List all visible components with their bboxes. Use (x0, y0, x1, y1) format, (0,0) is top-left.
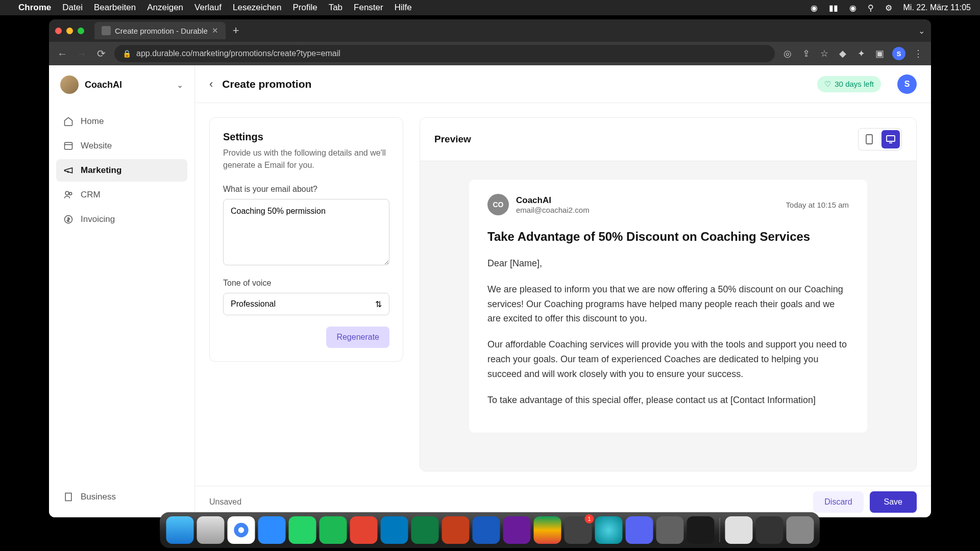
extensions-icon[interactable]: ✦ (855, 48, 867, 59)
heart-icon: ♡ (824, 80, 831, 89)
back-arrow-icon[interactable]: ‹ (209, 78, 213, 91)
discard-button[interactable]: Discard (813, 491, 863, 513)
clock[interactable]: Mi. 22. März 11:05 (903, 3, 971, 12)
minimize-window-button[interactable] (66, 28, 73, 34)
app-icon[interactable] (595, 516, 623, 544)
traffic-lights (55, 28, 84, 34)
launchpad-icon[interactable] (756, 516, 783, 544)
imovie-icon[interactable] (503, 516, 531, 544)
address-bar[interactable]: 🔒 app.durable.co/marketing/promotions/cr… (114, 45, 775, 62)
settings-card: Settings Provide us with the following d… (209, 117, 403, 362)
svg-rect-0 (65, 142, 72, 149)
safari-icon[interactable] (197, 516, 225, 544)
badge: 1 (585, 514, 594, 523)
discord-icon[interactable] (626, 516, 653, 544)
menubar-item[interactable]: Datei (62, 3, 83, 13)
maximize-window-button[interactable] (78, 28, 84, 34)
mobile-preview-button[interactable] (860, 130, 878, 148)
menubar-item[interactable]: Bearbeiten (94, 3, 136, 13)
finder-icon[interactable] (166, 516, 194, 544)
tone-select[interactable]: Professional ⇅ (223, 293, 389, 315)
record-icon[interactable]: ◉ (811, 3, 818, 13)
tab-favicon (102, 26, 111, 35)
folder-icon[interactable] (725, 516, 753, 544)
trial-badge[interactable]: ♡ 30 days left (817, 76, 881, 92)
menubar-app[interactable]: Chrome (18, 3, 51, 13)
sidebar-item-marketing[interactable]: Marketing (56, 159, 187, 182)
email-about-input[interactable] (223, 199, 389, 265)
menubar-item[interactable]: Profile (292, 3, 317, 13)
google-lens-icon[interactable]: ◎ (782, 48, 793, 59)
whatsapp-icon[interactable] (289, 516, 316, 544)
word-icon[interactable] (473, 516, 500, 544)
menubar-item[interactable]: Fenster (354, 3, 383, 13)
wifi-icon[interactable]: ◉ (849, 3, 856, 13)
forward-button[interactable]: → (76, 48, 88, 60)
email-paragraph: Our affordable Coaching services will pr… (487, 337, 849, 381)
profile-avatar[interactable]: S (892, 47, 905, 60)
search-icon[interactable]: ⚲ (868, 3, 874, 13)
desktop-preview-button[interactable] (881, 130, 900, 148)
about-label: What is your email about? (223, 185, 389, 194)
tone-value: Professional (231, 299, 276, 309)
menubar-item[interactable]: Lesezeichen (233, 3, 281, 13)
bookmark-icon[interactable]: ☆ (819, 48, 830, 59)
menubar-item[interactable]: Anzeigen (147, 3, 183, 13)
sidebar-item-business[interactable]: Business (56, 486, 187, 508)
dock-separator (720, 518, 720, 542)
control-center-icon[interactable]: ⚙ (885, 3, 892, 13)
quicktime-icon[interactable] (656, 516, 684, 544)
sidebar-item-invoicing[interactable]: Invoicing (56, 208, 187, 231)
todoist-icon[interactable] (350, 516, 378, 544)
trello-icon[interactable] (381, 516, 408, 544)
tab-overflow-icon[interactable]: ⌄ (918, 26, 925, 36)
save-button[interactable]: Save (870, 491, 917, 513)
org-switcher[interactable]: CoachAI ⌄ (49, 65, 194, 104)
excel-icon[interactable] (411, 516, 439, 544)
sidebar-item-home[interactable]: Home (56, 110, 187, 133)
tab-title: Create promotion - Durable (115, 27, 208, 35)
email-subject: Take Advantage of 50% Discount on Coachi… (487, 230, 849, 244)
zoom-icon[interactable] (258, 516, 286, 544)
preview-title: Preview (434, 134, 471, 145)
drive-icon[interactable] (534, 516, 561, 544)
nav-label: Marketing (81, 165, 121, 176)
menubar-item[interactable]: Tab (329, 3, 342, 13)
powerpoint-icon[interactable] (442, 516, 470, 544)
dollar-icon (63, 214, 74, 224)
browser-tab[interactable]: Create promotion - Durable ✕ (94, 22, 226, 39)
tone-label: Tone of voice (223, 279, 389, 288)
trash-icon[interactable] (787, 516, 814, 544)
sidebar-bottom: Business (49, 478, 194, 517)
extension-icon[interactable]: ◆ (837, 48, 848, 59)
chrome-icon[interactable] (228, 516, 255, 544)
svg-point-12 (238, 527, 244, 533)
settings-icon[interactable]: 1 (565, 516, 592, 544)
reload-button[interactable]: ⟳ (95, 47, 107, 60)
email-card: CO CoachAI email@coachai2.com Today at 1… (469, 180, 867, 433)
svg-point-3 (69, 192, 72, 195)
sidebar-item-crm[interactable]: CRM (56, 184, 187, 206)
spotify-icon[interactable] (320, 516, 347, 544)
close-tab-icon[interactable]: ✕ (212, 26, 218, 35)
sender-info: CoachAI email@coachai2.com (516, 195, 779, 214)
back-button[interactable]: ← (56, 48, 68, 60)
menubar-item[interactable]: Verlauf (194, 3, 222, 13)
close-window-button[interactable] (55, 28, 62, 34)
chevron-down-icon: ⌄ (177, 80, 183, 90)
side-panel-icon[interactable]: ▣ (874, 48, 885, 59)
battery-icon[interactable]: ▮▮ (829, 3, 838, 13)
nav-label: CRM (81, 190, 101, 200)
settings-description: Provide us with the following details an… (223, 147, 389, 171)
menubar-item[interactable]: Hilfe (395, 3, 412, 13)
more-icon[interactable]: ⋮ (913, 48, 924, 59)
audio-icon[interactable] (687, 516, 715, 544)
new-tab-button[interactable]: + (233, 24, 239, 37)
trial-label: 30 days left (835, 80, 874, 88)
sidebar-item-website[interactable]: Website (56, 135, 187, 157)
user-avatar[interactable]: S (897, 74, 917, 94)
regenerate-button[interactable]: Regenerate (326, 327, 389, 348)
main: ‹ Create promotion ♡ 30 days left S Sett… (195, 65, 931, 517)
share-icon[interactable]: ⇪ (800, 48, 812, 59)
users-icon (63, 190, 74, 200)
